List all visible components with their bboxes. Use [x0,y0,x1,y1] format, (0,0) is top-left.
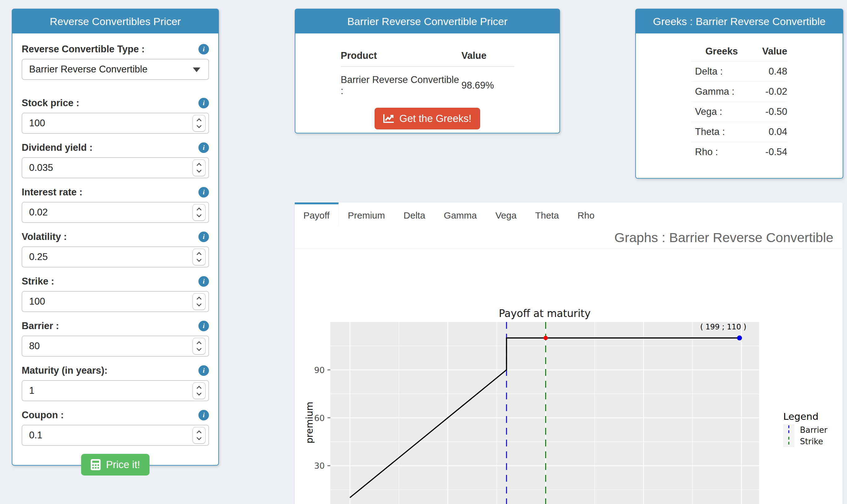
spinner-down-icon[interactable] [196,169,202,173]
legend-title: Legend [783,411,818,422]
greek-name: Theta : [691,122,752,142]
spinner-down-icon[interactable] [196,258,202,262]
reverse-convertible-type-value: Barrier Reverse Convertible [29,64,147,75]
number-spinner[interactable] [193,382,205,399]
number-spinner[interactable] [193,249,205,265]
greek-name: Rho : [691,142,752,162]
field-label-row: Maturity (in years):i [22,365,209,376]
tab-rho[interactable]: Rho [568,202,604,227]
tab-payoff[interactable]: Payoff [295,202,339,227]
info-icon[interactable]: i [198,142,209,153]
spinner-up-icon[interactable] [196,430,202,434]
plot-background [330,322,759,504]
y-tick-label: 90 [314,365,325,375]
reverse-convertible-type-select[interactable]: Barrier Reverse Convertible [22,59,209,80]
greek-value: -0.02 [752,82,787,102]
price-table: Product Value Barrier Reverse Convertibl… [341,50,514,96]
line-chart-icon [383,114,394,124]
graphs-tab-box: PayoffPremiumDeltaGammaVegaThetaRho Grap… [295,202,843,504]
greeks-panel: Greeks : Barrier Reverse Convertible Gre… [635,9,843,179]
greeks-table-row: Vega :-0.50 [691,102,787,122]
spinner-up-icon[interactable] [196,208,202,211]
barrier-label: Barrier : [22,320,59,332]
stock-price-label: Stock price : [22,97,79,109]
greek-value: -0.54 [752,142,787,162]
tab-delta[interactable]: Delta [394,202,435,227]
dividend-yield-label: Dividend yield : [22,142,93,154]
info-icon[interactable]: i [198,276,209,287]
tab-premium[interactable]: Premium [339,202,394,227]
pricer-form: Reverse Convertible Type :iBarrier Rever… [12,33,218,475]
price-table-header-product: Product [341,50,462,67]
number-spinner[interactable] [193,204,205,221]
endpoint-marker [737,336,742,341]
field-coupon: Coupon :i0.1 [22,409,209,446]
spinner-down-icon[interactable] [196,125,202,128]
get-the-greeks-button[interactable]: Get the Greeks! [375,108,480,129]
field-maturity-in-years: Maturity (in years):i1 [22,365,209,401]
graphs-title: Graphs : Barrier Reverse Convertible [614,230,833,245]
graphs-tab-bar: PayoffPremiumDeltaGammaVegaThetaRho [295,202,843,227]
spinner-up-icon[interactable] [196,341,202,345]
number-spinner[interactable] [193,115,205,131]
field-label-row: Dividend yield :i [22,142,209,154]
reverse-convertible-type-label: Reverse Convertible Type : [22,43,145,55]
spinner-up-icon[interactable] [196,163,202,166]
greeks-table-row: Gamma :-0.02 [691,82,787,102]
maturity-in-years-label: Maturity (in years): [22,365,107,376]
legend-label: Strike [800,437,823,446]
barrier-input[interactable]: 80 [22,336,209,357]
spinner-down-icon[interactable] [196,392,202,396]
dividend-yield-value: 0.035 [29,162,53,173]
info-icon[interactable]: i [198,365,209,376]
spinner-down-icon[interactable] [196,214,202,217]
field-label-row: Interest rate :i [22,186,209,198]
tab-theta[interactable]: Theta [526,202,569,227]
coupon-value: 0.1 [29,430,42,441]
info-icon[interactable]: i [198,232,209,242]
interest-rate-value: 0.02 [29,207,48,218]
maturity-in-years-input[interactable]: 1 [22,380,209,401]
field-interest-rate: Interest rate :i0.02 [22,186,209,223]
volatility-input[interactable]: 0.25 [22,247,209,268]
reverse-convertibles-pricer-panel: Reverse Convertibles Pricer Reverse Conv… [12,9,219,466]
field-label-row: Volatility :i [22,231,209,243]
graphs-title-row: Graphs : Barrier Reverse Convertible [295,227,843,249]
info-icon[interactable]: i [198,321,209,331]
product-value: 98.69% [462,67,514,96]
greek-name: Delta : [691,61,752,82]
y-tick-label: 30 [314,461,325,471]
stock-price-input[interactable]: 100 [22,113,209,134]
field-reverse-convertible-type: Reverse Convertible Type :iBarrier Rever… [22,43,209,80]
number-spinner[interactable] [193,293,205,310]
field-label-row: Strike :i [22,275,209,287]
strike-label: Strike : [22,275,54,287]
payoff-chart: ( 199 ; 110 )0501001502000306090spotprem… [304,297,843,504]
number-spinner[interactable] [193,427,205,444]
interest-rate-input[interactable]: 0.02 [22,202,209,223]
spinner-up-icon[interactable] [196,296,202,300]
payoff-chart-area: ( 199 ; 110 )0501001502000306090spotprem… [295,249,843,504]
spinner-up-icon[interactable] [196,118,202,122]
stock-price-value: 100 [29,118,45,129]
info-icon[interactable]: i [198,410,209,420]
info-icon[interactable]: i [198,98,209,108]
tab-vega[interactable]: Vega [486,202,526,227]
spinner-up-icon[interactable] [196,386,202,389]
spinner-down-icon[interactable] [196,303,202,306]
info-icon[interactable]: i [198,187,209,198]
spinner-down-icon[interactable] [196,348,202,351]
number-spinner[interactable] [193,338,205,355]
price-it-button[interactable]: Price it! [81,454,149,475]
spinner-down-icon[interactable] [196,437,202,440]
field-label-row: Barrier :i [22,320,209,332]
dividend-yield-input[interactable]: 0.035 [22,157,209,178]
strike-input[interactable]: 100 [22,291,209,312]
greeks-table-row: Delta :0.48 [691,61,787,82]
info-icon[interactable]: i [198,44,209,54]
coupon-input[interactable]: 0.1 [22,425,209,446]
greeks-table-header-greeks: Greeks [691,46,752,61]
tab-gamma[interactable]: Gamma [435,202,486,227]
spinner-up-icon[interactable] [196,252,202,255]
number-spinner[interactable] [193,159,205,176]
